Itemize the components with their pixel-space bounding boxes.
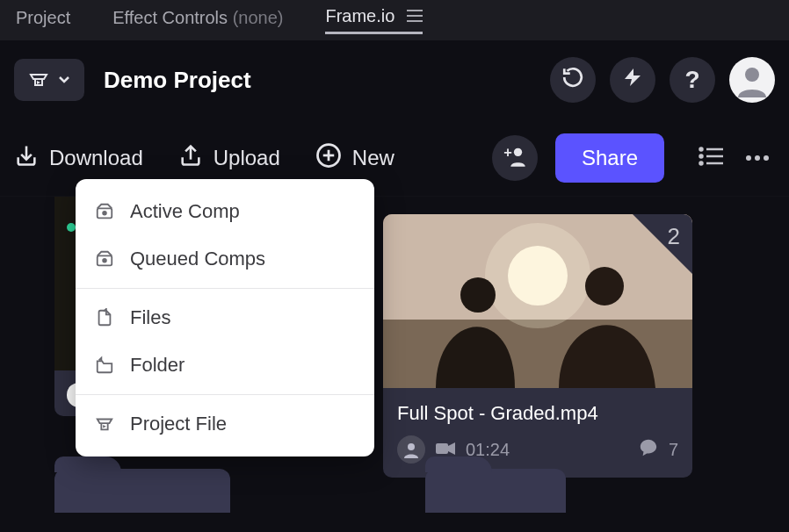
svg-point-18 bbox=[755, 155, 760, 161]
upload-icon bbox=[178, 143, 203, 173]
svg-marker-33 bbox=[103, 425, 106, 428]
svg-point-25 bbox=[585, 267, 624, 306]
dropdown-separator bbox=[76, 394, 374, 395]
content-grid: 6 2 Full Spot - Graded.mp4 bbox=[0, 197, 789, 495]
svg-point-19 bbox=[764, 155, 769, 161]
svg-point-23 bbox=[485, 223, 590, 328]
folder-card-partial-right[interactable] bbox=[425, 469, 566, 513]
download-icon bbox=[14, 143, 39, 173]
chevron-down-icon bbox=[58, 75, 70, 84]
dropdown-label: Files bbox=[130, 306, 170, 329]
comment-icon bbox=[639, 438, 658, 462]
dropdown-item-queued-comps[interactable]: Queued Comps bbox=[76, 235, 374, 283]
add-user-icon: + bbox=[503, 144, 527, 172]
comp-queue-icon bbox=[95, 249, 114, 269]
asset-title: Full Spot - Graded.mp4 bbox=[397, 402, 678, 425]
tab-project[interactable]: Project bbox=[16, 8, 70, 33]
panel-tabs: Project Effect Controls (none) Frame.io bbox=[0, 0, 789, 40]
tab-effect-controls-label: Effect Controls bbox=[112, 8, 228, 27]
version-badge: 2 bbox=[668, 223, 680, 250]
svg-point-10 bbox=[514, 147, 522, 155]
tab-effect-controls[interactable]: Effect Controls (none) bbox=[112, 8, 283, 33]
svg-point-17 bbox=[746, 155, 751, 161]
folder-icon bbox=[95, 356, 114, 375]
new-label: New bbox=[352, 146, 394, 170]
header: Demo Project ? bbox=[0, 40, 789, 119]
ellipsis-icon bbox=[744, 150, 771, 166]
dropdown-item-folder[interactable]: Folder bbox=[76, 341, 374, 389]
dropdown-item-active-comp[interactable]: Active Comp bbox=[76, 188, 374, 235]
more-button[interactable] bbox=[740, 140, 775, 176]
dropdown-label: Active Comp bbox=[130, 200, 240, 223]
svg-point-15 bbox=[700, 162, 703, 164]
new-dropdown: Active Comp Queued Comps Files Folder Pr… bbox=[76, 179, 374, 457]
project-selector[interactable] bbox=[14, 59, 84, 101]
svg-point-13 bbox=[700, 155, 703, 157]
svg-point-30 bbox=[103, 212, 106, 215]
download-button[interactable]: Download bbox=[14, 143, 143, 173]
dropdown-item-project-file[interactable]: Project File bbox=[76, 400, 374, 448]
plus-circle-icon bbox=[315, 142, 342, 174]
dropdown-label: Folder bbox=[130, 354, 185, 377]
upload-label: Upload bbox=[214, 146, 280, 170]
refresh-button[interactable] bbox=[550, 57, 596, 103]
svg-point-32 bbox=[103, 259, 106, 262]
list-view-button[interactable] bbox=[694, 140, 729, 176]
comment-count: 7 bbox=[669, 440, 678, 460]
svg-point-5 bbox=[745, 68, 759, 82]
folder-tab-icon bbox=[54, 457, 121, 472]
svg-marker-28 bbox=[448, 442, 455, 455]
comp-icon bbox=[95, 202, 114, 221]
svg-rect-27 bbox=[436, 443, 448, 454]
folder-tab-icon bbox=[425, 457, 492, 472]
refresh-icon bbox=[561, 66, 584, 94]
version-corner bbox=[633, 214, 692, 274]
svg-marker-4 bbox=[625, 68, 641, 86]
hamburger-icon[interactable] bbox=[407, 6, 423, 26]
dropdown-separator bbox=[76, 288, 374, 289]
share-label: Share bbox=[582, 146, 638, 169]
svg-point-11 bbox=[700, 147, 703, 150]
file-icon bbox=[95, 308, 114, 327]
avatar-placeholder-icon bbox=[735, 62, 770, 97]
project-title: Demo Project bbox=[104, 67, 251, 94]
asset-card[interactable]: 2 Full Spot - Graded.mp4 01:24 7 bbox=[383, 214, 692, 478]
add-user-button[interactable]: + bbox=[492, 135, 538, 181]
tab-frameio-label: Frame.io bbox=[325, 6, 394, 26]
status-dot-icon bbox=[67, 223, 76, 232]
lightning-icon bbox=[622, 67, 643, 93]
svg-point-24 bbox=[460, 277, 496, 313]
svg-marker-3 bbox=[37, 81, 40, 84]
dropdown-item-files[interactable]: Files bbox=[76, 294, 374, 341]
question-icon: ? bbox=[684, 66, 699, 94]
help-button[interactable]: ? bbox=[670, 57, 715, 103]
project-file-icon bbox=[28, 69, 49, 90]
upload-button[interactable]: Upload bbox=[178, 143, 280, 173]
folder-card-partial-left[interactable] bbox=[54, 469, 230, 513]
project-file-icon bbox=[95, 414, 114, 434]
svg-text:+: + bbox=[503, 144, 512, 160]
svg-point-26 bbox=[408, 443, 415, 450]
quick-action-button[interactable] bbox=[610, 57, 655, 103]
list-icon bbox=[699, 146, 725, 170]
share-button[interactable]: Share bbox=[555, 133, 664, 183]
uploader-avatar bbox=[397, 435, 425, 464]
new-button[interactable]: New bbox=[315, 142, 394, 174]
dropdown-label: Project File bbox=[130, 413, 227, 435]
dropdown-label: Queued Comps bbox=[130, 248, 265, 270]
user-avatar[interactable] bbox=[729, 57, 775, 103]
asset-thumbnail: 2 bbox=[383, 214, 692, 388]
download-label: Download bbox=[49, 146, 143, 170]
tab-frameio[interactable]: Frame.io bbox=[325, 6, 423, 34]
tab-effect-controls-sub: (none) bbox=[233, 8, 284, 27]
